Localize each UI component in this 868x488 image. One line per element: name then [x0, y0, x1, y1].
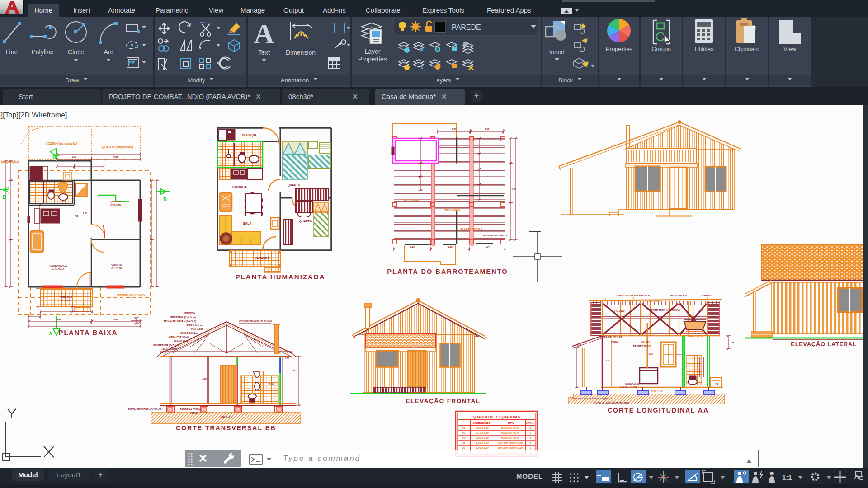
svg-text:Dimension: Dimension: [286, 49, 316, 56]
svg-text:QUADRO DE ESQUADRIAS: QUADRO DE ESQUADRIAS: [473, 415, 520, 419]
svg-text:vidro com 4mm h=1.10m: vidro com 4mm h=1.10m: [498, 442, 523, 444]
svg-text:PARA FRENTE: PARA FRENTE: [670, 294, 688, 297]
svg-text:ESTUFA: ESTUFA: [641, 340, 650, 343]
svg-text:POSTERIOR (7x7.5x0): POSTERIOR (7x7.5x0): [153, 344, 179, 347]
svg-text:A: A: [49, 331, 52, 336]
svg-text:CAIBO 7.5x5m: CAIBO 7.5x5m: [180, 332, 198, 334]
svg-text:CORTE TODA A CUMEIRA: CORTE TODA A CUMEIRA: [649, 309, 680, 311]
svg-text:1.94: 1.94: [485, 128, 489, 131]
svg-text:VIGA 6x16: VIGA 6x16: [648, 300, 660, 302]
svg-text:PORTA: PORTA: [611, 340, 619, 343]
svg-text:Text: Text: [258, 49, 270, 56]
svg-text:B: B: [3, 194, 6, 200]
svg-text:RIPAS 1x5cm: RIPAS 1x5cm: [186, 324, 202, 327]
svg-text:CONTRAVENTAMENTO ALTO: CONTRAVENTAMENTO ALTO: [617, 294, 652, 297]
svg-text:1.10: 1.10: [269, 383, 274, 385]
svg-text:NIVEL ACIMA DO BARRO QUERA: NIVEL ACIMA DO BARRO QUERA: [572, 397, 612, 400]
svg-text:FEIODA/SALA: FEIODA/SALA: [49, 264, 67, 267]
svg-text:Line: Line: [6, 48, 18, 56]
svg-text:1:1: 1:1: [782, 474, 792, 481]
svg-text:1.98: 1.98: [452, 128, 456, 131]
svg-text:0.10: 0.10: [285, 357, 289, 360]
svg-text:TABERNA (TIJO): TABERNA (TIJO): [180, 408, 200, 411]
svg-text:3.10: 3.10: [448, 245, 453, 248]
svg-text:CUMEIRA: CUMEIRA: [701, 294, 713, 297]
svg-text:1.55: 1.55: [731, 342, 735, 344]
svg-text:A= 34.58 m2: A= 34.58 m2: [51, 268, 64, 271]
svg-text:VIGA 0.6x16: VIGA 0.6x16: [444, 208, 460, 211]
svg-text:QUANT.: QUANT.: [526, 422, 534, 424]
svg-text:JAN: JAN: [649, 352, 653, 355]
svg-text:POS 3.5x8: POS 3.5x8: [191, 328, 203, 330]
svg-text:MADEIRA/ ABRIR: MADEIRA/ ABRIR: [501, 427, 520, 429]
svg-text:J2: J2: [462, 446, 465, 449]
svg-text:CORTE TRANSVERSAL BB: CORTE TRANSVERSAL BB: [176, 424, 276, 432]
svg-text:FRENTE FLACI: FRENTE FLACI: [620, 385, 637, 388]
svg-text:2.71: 2.71: [605, 359, 610, 362]
svg-text:DIMENSÕES: DIMENSÕES: [472, 421, 491, 424]
svg-text:PEITOTA: PEITOTA: [184, 312, 195, 314]
svg-text:PLANTA TAVOLA: PLANTA TAVOLA: [460, 228, 483, 230]
svg-text:1.00 x 1.00: 1.00 x 1.00: [476, 446, 489, 449]
svg-text:3.67: 3.67: [113, 318, 118, 321]
svg-text:0.70 x 2.10: 0.70 x 2.10: [476, 432, 489, 434]
svg-text:VARANDA: VARANDA: [255, 257, 269, 260]
svg-text:2.50: 2.50: [202, 377, 207, 380]
svg-text:P3: P3: [462, 436, 466, 439]
svg-text:VIGA 6x16: VIGA 6x16: [650, 390, 662, 393]
svg-text:1.94: 1.94: [485, 245, 490, 248]
svg-text:B: B: [163, 197, 167, 202]
svg-text:P/O: P/O: [75, 215, 79, 217]
svg-text:3.10: 3.10: [410, 245, 415, 248]
svg-text:SOLO: SOLO: [191, 412, 198, 414]
svg-text:3.74: 3.74: [72, 155, 76, 158]
svg-text:SALA: SALA: [243, 222, 251, 225]
svg-text:A= 8.44 m2: A= 8.44 m2: [61, 300, 71, 302]
svg-text:Polyline: Polyline: [31, 48, 53, 56]
svg-text:TELHA TELHEIRA (3x4.5x6): TELHA TELHEIRA (3x4.5x6): [164, 320, 196, 323]
svg-text:PEDESTAL (3x4.5cm): PEDESTAL (3x4.5cm): [170, 316, 196, 319]
svg-text:BARROTES: BARROTES: [404, 198, 419, 201]
svg-text:PAREDE: PAREDE: [452, 23, 481, 31]
svg-text:ASSOALHO SECO: ASSOALHO SECO: [483, 234, 507, 237]
svg-text:J1: J1: [462, 441, 465, 444]
svg-text:QUARTO: QUARTO: [110, 200, 121, 203]
svg-text:2: 2: [529, 441, 531, 444]
svg-text:Circle: Circle: [68, 48, 84, 56]
svg-text:h=1: h=1: [293, 370, 297, 372]
svg-text:P.A.P: P.A.P: [576, 344, 581, 347]
svg-text:Layer: Layer: [364, 48, 380, 55]
svg-text:A= 9.16 m2: A= 9.16 m2: [110, 204, 121, 206]
svg-text:4.44: 4.44: [57, 318, 61, 321]
svg-text:TERRAÇO: TERRAÇO: [60, 296, 72, 299]
svg-text:FRENTE FLACI: FRENTE FLACI: [633, 345, 651, 347]
svg-text:PLANTA DO BARROTEAMENTO: PLANTA DO BARROTEAMENTO: [387, 268, 508, 275]
svg-text:1: 1: [529, 446, 531, 449]
svg-text:1.20: 1.20: [715, 383, 719, 385]
svg-text:TESCA 5x10: TESCA 5x10: [174, 339, 188, 342]
svg-text:LIGA 14.5mm: LIGA 14.5mm: [162, 347, 178, 350]
svg-text:4.45: 4.45: [511, 188, 516, 190]
svg-text:Properties: Properties: [358, 56, 387, 63]
svg-text:0.80 x 2.10: 0.80 x 2.10: [476, 436, 489, 439]
svg-text:(ampliação): (ampliação): [1, 160, 19, 164]
svg-text:MADEIRA/ ABRIR: MADEIRA/ ABRIR: [501, 437, 520, 439]
svg-text:QUARTO: QUARTO: [288, 183, 300, 187]
svg-text:ASSOALHO: ASSOALHO: [625, 382, 639, 385]
svg-text:VIGAS DE CONTORNAMENTO: VIGAS DE CONTORNAMENTO: [593, 401, 629, 404]
svg-text:JUNTA DESCONF=45/100x10: JUNTA DESCONF=45/100x10: [127, 408, 161, 411]
svg-text:4.03: 4.03: [83, 212, 87, 215]
svg-text:1.20 X 1.00: 1.20 X 1.00: [476, 441, 489, 444]
svg-text:TIRO 7x10: TIRO 7x10: [613, 310, 625, 312]
svg-text:PLANTA BAIXA: PLANTA BAIXA: [59, 329, 118, 336]
svg-text:2: 2: [529, 427, 531, 429]
svg-text:5.08: 5.08: [113, 155, 118, 158]
svg-text:NHL 0x60: NHL 0x60: [221, 416, 232, 418]
svg-text:SERVIÇO: SERVIÇO: [242, 133, 256, 137]
svg-text:com vidro 4mm h=1.10m: com vidro 4mm h=1.10m: [498, 447, 523, 449]
svg-text:Arc: Arc: [104, 48, 113, 56]
svg-text:0.80 x 2.10: 0.80 x 2.10: [476, 427, 489, 429]
svg-text:OBRA PELICULAR: OBRA PELICULAR: [600, 336, 623, 338]
svg-text:CORTE LONGITUDINAL AA: CORTE LONGITUDINAL AA: [608, 407, 709, 414]
svg-text:P2: P2: [462, 432, 466, 434]
